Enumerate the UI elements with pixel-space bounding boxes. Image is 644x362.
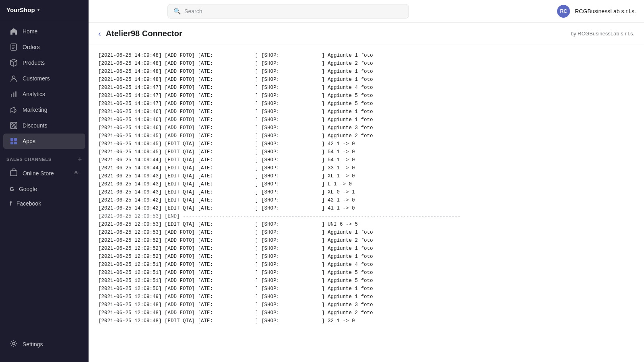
sidebar-item-discounts[interactable]: Discounts [3, 118, 85, 133]
svg-point-4 [12, 76, 15, 79]
log-line: [2021-06-25 14:09:47] [ADD FOTO] [ATE: ]… [98, 84, 634, 92]
svg-rect-17 [10, 171, 17, 176]
sidebar-item-online-store[interactable]: Online Store 👁 [3, 165, 85, 181]
svg-line-11 [12, 123, 16, 128]
svg-rect-15 [10, 142, 13, 144]
log-line: [2021-06-25 12:09:51] [ADD FOTO] [ATE: ]… [98, 261, 634, 269]
sidebar-item-customers[interactable]: Customers [3, 71, 85, 86]
log-line: [2021-06-25 14:09:47] [ADD FOTO] [ATE: ]… [98, 92, 634, 100]
log-line: [2021-06-25 14:09:47] [ADD FOTO] [ATE: ]… [98, 100, 634, 108]
add-sales-channel-button[interactable]: + [78, 156, 82, 163]
shop-name[interactable]: YourShop ▾ [6, 6, 39, 13]
orders-icon [10, 43, 18, 51]
sidebar-item-products-label: Products [23, 60, 45, 66]
log-line: [2021-06-25 14:09:45] [ADD FOTO] [ATE: ]… [98, 132, 634, 140]
log-line: [2021-06-25 14:09:48] [ADD FOTO] [ATE: ]… [98, 68, 634, 76]
sidebar-item-settings[interactable]: Settings [3, 336, 85, 352]
sidebar-item-apps-label: Apps [23, 138, 35, 144]
app-header: ‹ Atelier98 Connector by RCGBusinessLab … [89, 23, 644, 45]
svg-point-10 [14, 126, 16, 128]
svg-point-9 [12, 123, 13, 125]
search-icon: 🔍 [173, 8, 181, 15]
log-line: [2021-06-25 12:09:49] [ADD FOTO] [ATE: ]… [98, 293, 634, 301]
log-line: [2021-06-25 14:09:46] [ADD FOTO] [ATE: ]… [98, 116, 634, 124]
settings-label: Settings [23, 341, 43, 348]
customers-icon [10, 74, 18, 82]
settings-icon [10, 339, 18, 349]
sidebar-item-marketing[interactable]: Marketing [3, 102, 85, 117]
log-line: [2021-06-25 12:09:48] [ADD FOTO] [ATE: ]… [98, 301, 634, 309]
topbar-right: RC RCGBusinessLab s.r.l.s. [557, 5, 636, 18]
topbar: 🔍 RC RCGBusinessLab s.r.l.s. [89, 0, 644, 23]
log-line: [2021-06-25 12:09:52] [ADD FOTO] [ATE: ]… [98, 253, 634, 261]
log-line: [2021-06-25 12:09:51] [ADD FOTO] [ATE: ]… [98, 277, 634, 285]
log-line: [2021-06-25 12:09:53] [ADD FOTO] [ATE: ]… [98, 228, 634, 237]
log-line: [2021-06-25 14:09:46] [ADD FOTO] [ATE: ]… [98, 124, 634, 132]
svg-rect-5 [11, 94, 12, 97]
search-input[interactable] [184, 8, 403, 14]
main-container: 🔍 RC RCGBusinessLab s.r.l.s. ‹ Atelier98… [89, 0, 644, 362]
avatar: RC [557, 5, 570, 18]
log-line: [2021-06-25 12:09:53] [END] ------------… [98, 212, 634, 220]
discounts-icon [10, 121, 18, 130]
google-icon: G [10, 186, 14, 192]
search-bar[interactable]: 🔍 [167, 4, 409, 19]
svg-point-18 [12, 342, 15, 345]
back-button[interactable]: ‹ [98, 29, 101, 38]
log-line: [2021-06-25 12:09:51] [ADD FOTO] [ATE: ]… [98, 269, 634, 277]
log-line: [2021-06-25 12:09:52] [ADD FOTO] [ATE: ]… [98, 237, 634, 245]
products-icon [10, 59, 18, 67]
sidebar-item-marketing-label: Marketing [23, 107, 47, 113]
log-line: [2021-06-25 14:09:46] [ADD FOTO] [ATE: ]… [98, 108, 634, 116]
eye-icon[interactable]: 👁 [74, 170, 79, 176]
google-label: Google [19, 186, 37, 192]
log-line: [2021-06-25 14:09:42] [EDIT QTA] [ATE: ]… [98, 204, 634, 212]
log-line: [2021-06-25 14:09:48] [ADD FOTO] [ATE: ]… [98, 60, 634, 68]
online-store-label: Online Store [23, 170, 54, 177]
analytics-icon [10, 90, 18, 98]
company-name: RCGBusinessLab s.r.l.s. [575, 8, 636, 14]
log-line: [2021-06-25 14:09:43] [EDIT QTA] [ATE: ]… [98, 172, 634, 180]
sidebar-item-analytics[interactable]: Analytics [3, 86, 85, 102]
sidebar-item-products[interactable]: Products [3, 55, 85, 70]
log-line: [2021-06-25 14:09:43] [EDIT QTA] [ATE: ]… [98, 188, 634, 196]
shop-name-label: YourShop [6, 6, 35, 13]
log-line: [2021-06-25 14:09:48] [ADD FOTO] [ATE: ]… [98, 76, 634, 84]
sidebar-item-home-label: Home [23, 28, 37, 35]
svg-rect-16 [14, 142, 17, 144]
sidebar-item-home[interactable]: Home [3, 24, 85, 39]
log-line: [2021-06-25 14:09:42] [EDIT QTA] [ATE: ]… [98, 196, 634, 204]
marketing-icon [10, 106, 18, 114]
apps-icon [10, 137, 18, 145]
svg-rect-6 [13, 93, 14, 97]
sidebar-item-analytics-label: Analytics [23, 91, 45, 97]
log-line: [2021-06-25 14:09:45] [EDIT QTA] [ATE: ]… [98, 140, 634, 148]
log-line: [2021-06-25 14:09:45] [EDIT QTA] [ATE: ]… [98, 148, 634, 156]
sidebar: YourShop ▾ Home Orders Products [0, 0, 89, 362]
log-line: [2021-06-25 14:09:43] [EDIT QTA] [ATE: ]… [98, 180, 634, 188]
home-icon [10, 27, 18, 35]
sidebar-item-orders[interactable]: Orders [3, 39, 85, 55]
log-container: [2021-06-25 14:09:48] [ADD FOTO] [ATE: ]… [89, 45, 644, 362]
log-line: [2021-06-25 12:09:52] [ADD FOTO] [ATE: ]… [98, 245, 634, 253]
svg-rect-13 [10, 138, 13, 141]
svg-rect-14 [14, 138, 17, 141]
sidebar-item-discounts-label: Discounts [23, 122, 47, 129]
log-line: [2021-06-25 12:09:50] [ADD FOTO] [ATE: ]… [98, 285, 634, 293]
log-line: [2021-06-25 12:09:48] [ADD FOTO] [ATE: ]… [98, 309, 634, 317]
svg-rect-7 [15, 91, 17, 97]
content-area: ‹ Atelier98 Connector by RCGBusinessLab … [89, 23, 644, 362]
sidebar-item-orders-label: Orders [23, 44, 40, 50]
sidebar-item-google[interactable]: G Google [3, 182, 85, 196]
online-store-icon [10, 169, 18, 178]
sidebar-item-facebook[interactable]: f Facebook [3, 197, 85, 210]
log-line: [2021-06-25 12:09:48] [EDIT QTA] [ATE: ]… [98, 317, 634, 325]
log-line: [2021-06-25 14:09:44] [EDIT QTA] [ATE: ]… [98, 156, 634, 164]
sidebar-item-apps[interactable]: Apps [3, 134, 85, 149]
log-line: [2021-06-25 12:09:53] [EDIT QTA] [ATE: ]… [98, 220, 634, 228]
facebook-label: Facebook [17, 200, 41, 207]
sidebar-item-customers-label: Customers [23, 75, 50, 82]
sales-channels-section: SALES CHANNELS + [0, 149, 89, 165]
by-label: by RCGBusinessLab s.r.l.s. [571, 31, 634, 37]
sales-channels-label: SALES CHANNELS [6, 157, 52, 162]
